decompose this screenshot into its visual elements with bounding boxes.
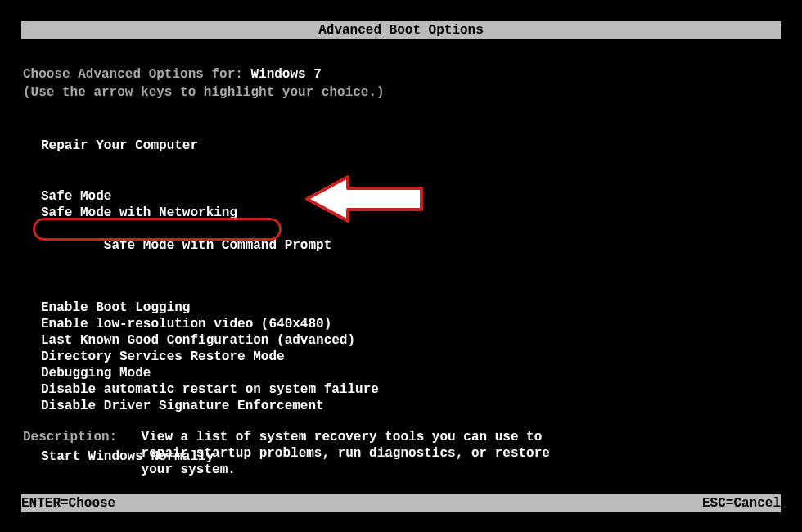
description-label: Description: bbox=[23, 429, 133, 445]
title-bar: Advanced Boot Options bbox=[21, 21, 781, 39]
os-name: Windows 7 bbox=[250, 67, 321, 82]
menu-item-disable-auto-restart[interactable]: Disable automatic restart on system fail… bbox=[41, 381, 779, 398]
menu-item-safe-mode-cmd[interactable]: Safe Mode with Command Prompt Safe Mode … bbox=[41, 221, 331, 286]
menu-item-debugging[interactable]: Debugging Mode bbox=[41, 365, 779, 381]
menu-item-low-res-video[interactable]: Enable low-resolution video (640x480) bbox=[41, 316, 779, 332]
boot-menu: Repair Your Computer Safe Mode Safe Mode… bbox=[41, 138, 779, 465]
footer-bar: ENTER=Choose ESC=Cancel bbox=[21, 494, 781, 512]
description-section: Description: View a list of system recov… bbox=[23, 429, 779, 478]
footer-esc: ESC=Cancel bbox=[702, 494, 781, 512]
menu-item-safe-mode[interactable]: Safe Mode bbox=[41, 188, 779, 205]
menu-item-repair-computer[interactable]: Repair Your Computer bbox=[41, 138, 779, 154]
menu-item-safe-mode-cmd-label: Safe Mode with Command Prompt bbox=[104, 238, 331, 253]
menu-group-advanced: Enable Boot Logging Enable low-resolutio… bbox=[41, 300, 779, 414]
footer-enter: ENTER=Choose bbox=[21, 494, 115, 512]
menu-item-last-known-good[interactable]: Last Known Good Configuration (advanced) bbox=[41, 332, 779, 349]
highlight-ring: Safe Mode with Command Prompt bbox=[33, 218, 282, 241]
content-area: Choose Advanced Options for: Windows 7 (… bbox=[23, 65, 779, 465]
choose-prefix: Choose Advanced Options for: bbox=[23, 67, 250, 82]
choose-os-line: Choose Advanced Options for: Windows 7 bbox=[23, 65, 779, 83]
description-text: View a list of system recovery tools you… bbox=[142, 429, 583, 478]
menu-item-disable-driver-sig[interactable]: Disable Driver Signature Enforcement bbox=[41, 398, 779, 414]
menu-item-safe-mode-networking[interactable]: Safe Mode with Networking bbox=[41, 205, 779, 221]
menu-item-ds-restore[interactable]: Directory Services Restore Mode bbox=[41, 349, 779, 365]
menu-group-safe-mode: Safe Mode Safe Mode with Networking Safe… bbox=[41, 188, 779, 286]
menu-item-boot-logging[interactable]: Enable Boot Logging bbox=[41, 300, 779, 316]
instruction-line: (Use the arrow keys to highlight your ch… bbox=[23, 83, 779, 101]
